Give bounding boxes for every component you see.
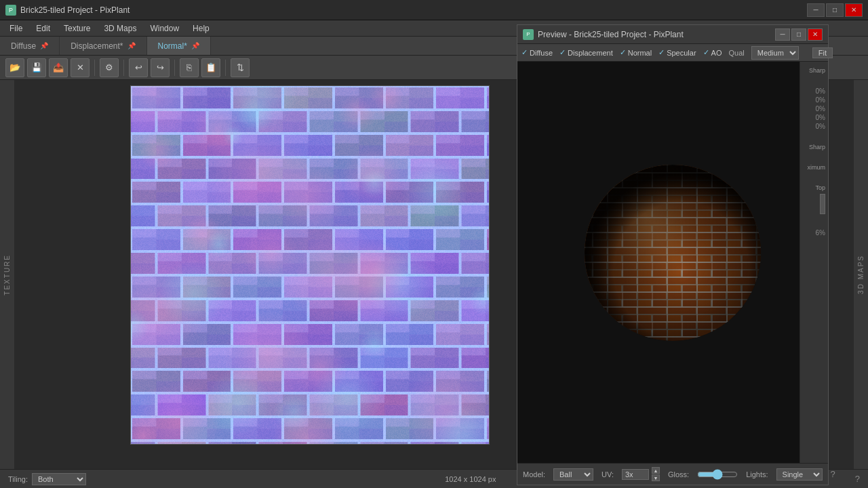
gloss-label: Gloss: [668,470,689,479]
maximum-label: ximum [808,164,826,171]
pct-val-1: 0% [816,96,825,104]
check-specular[interactable]: ✓ Specular [658,48,696,57]
save-button[interactable]: 💾 [27,58,46,77]
check-diffuse-mark: ✓ [521,48,528,57]
title-bar: P Brick25-tiled Project - PixPlant ─ □ ✕ [0,0,868,20]
check-diffuse[interactable]: ✓ Diffuse [521,48,553,57]
menu-texture[interactable]: Texture [57,22,97,35]
model-select[interactable]: Ball Plane Cube [553,468,593,481]
top-label: Top [815,184,825,191]
slider-handle[interactable] [820,194,825,214]
check-normal[interactable]: ✓ Normal [620,48,652,57]
uv-down-btn[interactable]: ▼ [652,474,660,481]
window-controls: ─ □ ✕ [807,3,863,17]
menu-3dmaps[interactable]: 3D Maps [97,22,143,35]
close-file-button[interactable]: ✕ [71,58,90,77]
preview-help-button[interactable]: ? [831,469,835,479]
preview-title: Preview - Brick25-tiled Project - PixPla… [538,30,771,39]
pct-values-group: 0% 0% 0% 0% 0% [816,87,825,130]
top-group: Top [815,184,825,216]
check-ao-mark: ✓ [703,48,709,57]
settings-button[interactable]: ⚙ [100,58,119,77]
fit-button[interactable]: Fit [812,47,833,58]
quality-select[interactable]: Low Medium High [751,46,799,60]
lights-select[interactable]: Single Multiple None [776,468,823,481]
uv-arrows: ▲ ▼ [652,467,660,481]
check-specular-mark: ✓ [658,48,665,57]
pct-val-2: 0% [816,105,825,113]
pin-icon-normal: 📌 [191,42,199,49]
pin-icon-diffuse: 📌 [40,42,48,49]
normal-map-canvas[interactable] [130,85,490,445]
check-specular-label: Specular [667,49,696,57]
left-sidebar: TEXTURE [0,80,15,469]
copy-button[interactable]: ⎘ [180,58,199,77]
redo-button[interactable]: ↪ [151,58,170,77]
menu-help[interactable]: Help [186,22,216,35]
preview-close-btn[interactable]: ✕ [808,28,823,41]
texture-label: TEXTURE [3,254,11,296]
preview-title-bar[interactable]: P Preview - Brick25-tiled Project - PixP… [517,25,828,44]
tiling-label: Tiling: [8,475,28,483]
sphere-container [578,158,768,348]
preview-app-icon: P [523,29,534,40]
uv-input[interactable] [622,469,649,480]
uv-spinner-group: ▲ ▼ [622,467,660,481]
sharp-top-group: Sharp [809,67,825,74]
pct-466-label: 6% [816,229,825,237]
preview-window: P Preview - Brick25-tiled Project - PixP… [517,24,829,485]
preview-win-controls: ─ □ ✕ [775,28,823,41]
check-ao[interactable]: ✓ AO [703,48,722,57]
check-normal-label: Normal [628,49,652,57]
right-sidebar: 3D MAPS [853,80,868,469]
pct-466-group: 6% [816,229,825,237]
preview-minimize-btn[interactable]: ─ [775,28,790,41]
uv-label: UV: [601,470,614,479]
check-diffuse-label: Diffuse [530,49,553,57]
sphere-svg [578,158,768,348]
check-displacement-label: Displacement [568,49,613,57]
pct-val-0: 0% [816,87,825,95]
menu-file[interactable]: File [3,22,29,35]
undo-button[interactable]: ↩ [129,58,148,77]
pct-val-3: 0% [816,114,825,121]
paste-button[interactable]: 📋 [201,58,220,77]
gloss-slider[interactable] [697,469,738,480]
app-icon: P [5,5,16,16]
separator-4 [225,60,226,76]
tab-diffuse[interactable]: Diffuse 📌 [0,37,60,55]
preview-viewport[interactable] [517,62,828,463]
uv-up-btn[interactable]: ▲ [652,467,660,474]
tiling-select[interactable]: Both Horizontal Vertical None [32,473,86,485]
sharp-top-label: Sharp [809,67,825,74]
minimize-button[interactable]: ─ [807,3,825,17]
maximize-button[interactable]: □ [826,3,844,17]
3dmaps-label: 3D MAPS [857,255,865,294]
flip-button[interactable]: ⇅ [231,58,250,77]
quality-label: Qual [728,49,744,57]
check-displacement[interactable]: ✓ Displacement [559,48,613,57]
pin-icon-displacement: 📌 [127,42,136,49]
maximum-group: ximum [808,164,826,171]
model-label: Model: [523,470,545,479]
tab-normal[interactable]: Normal* 📌 [147,37,211,55]
open-button[interactable]: 📂 [5,58,24,77]
tiling-control: Tiling: Both Horizontal Vertical None [8,473,86,485]
pct-val-4: 0% [816,123,825,130]
preview-right-panel: Sharp 0% 0% 0% 0% 0% Sharp ximum Top 6% [800,62,828,463]
sharp-bottom-label: Sharp [809,144,825,150]
preview-maximize-btn[interactable]: □ [791,28,806,41]
menu-edit[interactable]: Edit [29,22,57,35]
menu-window[interactable]: Window [143,22,186,35]
close-button[interactable]: ✕ [845,3,863,17]
tab-displacement[interactable]: Displacement* 📌 [60,37,146,55]
check-displacement-mark: ✓ [559,48,566,57]
separator-3 [174,60,175,76]
lights-label: Lights: [746,470,768,479]
preview-toolbar: ✓ Diffuse ✓ Displacement ✓ Normal ✓ Spec… [517,44,828,62]
help-button[interactable]: ? [855,474,860,484]
preview-content: Sharp 0% 0% 0% 0% 0% Sharp ximum Top 6% [517,62,828,463]
svg-point-93 [585,165,761,341]
export-button[interactable]: 📤 [49,58,68,77]
check-ao-label: AO [711,49,722,57]
